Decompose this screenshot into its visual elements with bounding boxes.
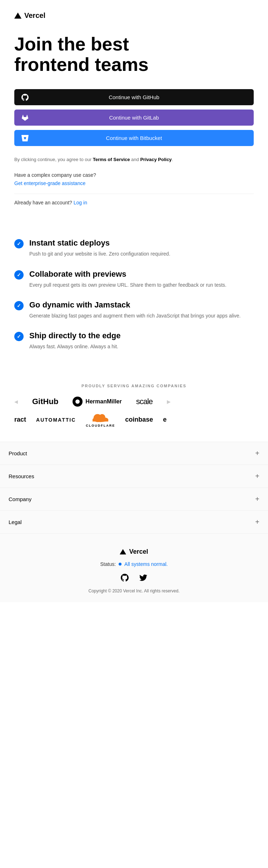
logo-triangle-icon (14, 13, 21, 19)
status-dot-icon (119, 563, 121, 566)
cloudflare-logo: CLOUDFLARE (86, 412, 115, 427)
github-icon (21, 94, 29, 101)
check-icon-2 (14, 270, 24, 280)
github-button-label: Continue with GitHub (109, 94, 159, 100)
divider (14, 194, 254, 194)
feature-desc-4: Always fast. Always online. Always a hit… (29, 343, 120, 350)
accordion-legal-header[interactable]: Legal + (0, 511, 268, 533)
accordion-resources-label: Resources (9, 473, 34, 479)
hero-title: Join the best frontend teams (14, 34, 254, 75)
feature-item-3: Go dynamic with Jamstack Generate blazin… (14, 300, 254, 320)
partial-company-ract: ract (14, 416, 26, 423)
accordion-company-plus: + (255, 495, 259, 503)
accordion-product: Product + (0, 442, 268, 465)
check-icon-1 (14, 239, 24, 248)
enterprise-section: Have a complex company use case? Get ent… (14, 172, 254, 186)
gitlab-icon (21, 114, 29, 121)
gitlab-button-label: Continue with GitLab (109, 115, 159, 121)
legal-text: By clicking continue, you agree to our T… (14, 156, 254, 164)
herman-circle-icon (73, 397, 83, 407)
accordion-product-label: Product (9, 450, 27, 456)
footer-triangle-icon (120, 549, 126, 554)
footer-copyright: Copyright © 2020 Vercel Inc. All rights … (89, 588, 180, 593)
logo-text: Vercel (24, 11, 45, 20)
feature-title-2: Collaborate with previews (29, 270, 227, 279)
feature-desc-2: Every pull request gets its own preview … (29, 281, 227, 289)
features-section: Instant static deploys Push to git and y… (0, 231, 268, 377)
bitbucket-icon (21, 135, 29, 142)
bitbucket-auth-button[interactable]: Continue with Bitbucket (14, 130, 254, 146)
twitter-social-icon (139, 574, 147, 582)
companies-row-2: ract AUTOMATTIC CLOUDFLARE coinbase e (14, 412, 254, 427)
privacy-link[interactable]: Privacy Policy (140, 157, 172, 162)
status-label: Status: (100, 561, 116, 567)
companies-label: PROUDLY SERVING AMAZING COMPANIES (14, 384, 254, 388)
check-icon-3 (14, 301, 24, 310)
feature-desc-1: Push to git and your website is live. Ze… (29, 250, 170, 258)
footer-logo-text: Vercel (129, 548, 148, 556)
github-social-icon (121, 574, 129, 582)
automattic-logo: AUTOMATTIC (36, 417, 76, 423)
check-icon-4 (14, 332, 24, 341)
footer-accordion: Product + Resources + Company + Legal + (0, 442, 268, 534)
feature-item-4: Ship directly to the edge Always fast. A… (14, 331, 254, 350)
feature-title-4: Ship directly to the edge (29, 331, 120, 340)
accordion-resources: Resources + (0, 465, 268, 488)
hero-section: Join the best frontend teams Continue wi… (0, 28, 268, 231)
github-auth-button[interactable]: Continue with GitHub (14, 89, 254, 105)
coinbase-logo: coinbase (125, 416, 153, 423)
partial-logo-left: ◀ (14, 399, 18, 404)
herman-text: HermanMiller (85, 398, 121, 405)
github-logo: GitHub (32, 397, 58, 406)
accordion-resources-plus: + (255, 472, 259, 480)
partial-logo-right: ▶ (167, 399, 170, 404)
companies-section: PROUDLY SERVING AMAZING COMPANIES ◀ GitH… (0, 377, 268, 442)
enterprise-link[interactable]: Get enterprise-grade assistance (14, 180, 85, 186)
companies-row-1: ◀ GitHub HermanMiller scale ▶ (14, 397, 254, 407)
accordion-company: Company + (0, 488, 268, 511)
feature-item-1: Instant static deploys Push to git and y… (14, 238, 254, 258)
accordion-legal-label: Legal (9, 519, 22, 525)
login-line: Already have an account? Log in (14, 200, 254, 205)
hermanmiller-logo: HermanMiller (73, 397, 121, 407)
feature-item-2: Collaborate with previews Every pull req… (14, 270, 254, 289)
bitbucket-button-label: Continue with Bitbucket (106, 135, 162, 141)
enterprise-question: Have a complex company use case? (14, 172, 254, 178)
accordion-legal: Legal + (0, 511, 268, 534)
tos-link[interactable]: Terms of Service (93, 157, 130, 162)
header: Vercel (0, 0, 268, 28)
gitlab-auth-button[interactable]: Continue with GitLab (14, 110, 254, 126)
feature-desc-3: Generate blazing fast pages and augment … (29, 312, 240, 320)
svg-rect-3 (93, 419, 108, 421)
auth-buttons-group: Continue with GitHub Continue with GitLa… (14, 89, 254, 146)
accordion-company-label: Company (9, 496, 31, 502)
partial-company-e: e (163, 416, 167, 423)
footer-status: Status: All systems normal. (100, 561, 168, 567)
cloudflare-text: CLOUDFLARE (86, 424, 115, 427)
footer-bottom: Vercel Status: All systems normal. Copyr… (0, 534, 268, 602)
accordion-company-header[interactable]: Company + (0, 488, 268, 510)
feature-title-1: Instant static deploys (29, 238, 170, 248)
footer-logo: Vercel (120, 548, 148, 556)
cloudflare-icon (92, 412, 109, 422)
login-link[interactable]: Log in (74, 200, 87, 205)
status-link[interactable]: All systems normal. (124, 561, 168, 567)
accordion-resources-header[interactable]: Resources + (0, 465, 268, 488)
github-social-link[interactable] (120, 573, 130, 583)
footer-social-links (120, 573, 148, 583)
scale-logo: scale (136, 397, 153, 406)
accordion-product-header[interactable]: Product + (0, 442, 268, 465)
twitter-social-link[interactable] (138, 573, 148, 583)
accordion-product-plus: + (255, 449, 259, 457)
accordion-legal-plus: + (255, 518, 259, 526)
feature-title-3: Go dynamic with Jamstack (29, 300, 240, 310)
vercel-logo: Vercel (14, 11, 254, 20)
